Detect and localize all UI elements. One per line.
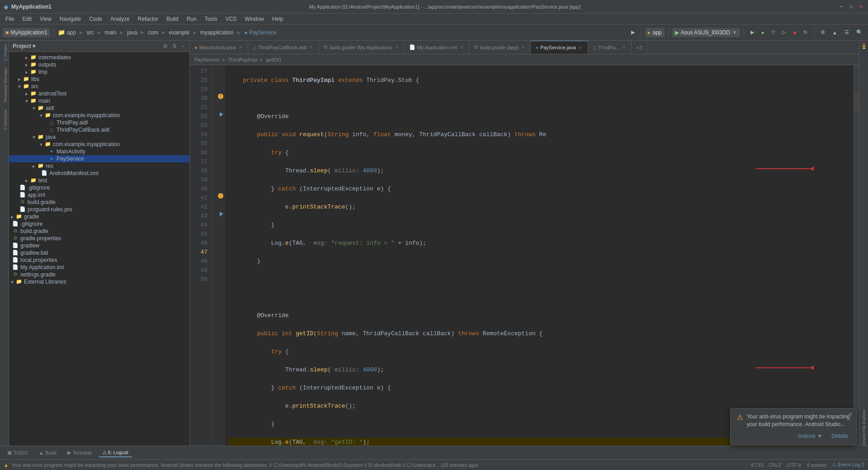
tree-item-com-aidl[interactable]: ▼ 📁 com.example.myapplication [9, 112, 189, 119]
tree-item-aidl[interactable]: ▼ 📁 aidl [9, 104, 189, 112]
menu-help[interactable]: Help [269, 15, 287, 23]
tree-item-gradlew[interactable]: 📄 gradlew [9, 242, 189, 249]
menu-file[interactable]: File [2, 15, 18, 23]
line-endings[interactable]: CRLF [769, 462, 782, 468]
tab-close-thridpaycallback[interactable]: ✕ [308, 44, 314, 50]
menu-tools[interactable]: Tools [201, 15, 221, 23]
notification-details-button[interactable]: Details [830, 432, 850, 440]
search-button[interactable]: ▶ [628, 28, 637, 37]
event-log-link[interactable]: ⚠ Event Log 2 [832, 462, 864, 468]
tab-myappiml[interactable]: 📄 My Application.iml ✕ [405, 41, 469, 54]
tree-item-gradle-folder[interactable]: ► 📁 gradle [9, 213, 189, 220]
resource-manager-tab[interactable]: Resource Manager [0, 64, 9, 106]
editor-scrollbar[interactable] [854, 65, 859, 446]
tree-item-tmp[interactable]: ► 📁 tmp [9, 68, 189, 76]
code-content[interactable]: private class ThirdPayImpl extends Thrid… [225, 65, 854, 446]
menu-analyze[interactable]: Analyze [107, 15, 133, 23]
tab-close-buildgradle-myapp[interactable]: ✕ [394, 44, 400, 50]
sync-button[interactable]: ↻ [801, 28, 810, 37]
tab-buildgradle-myapp[interactable]: ⚙ build.gradle (My Application) ✕ [319, 41, 404, 54]
profile-button[interactable]: ▷ [779, 28, 788, 37]
tree-item-buildgradle2[interactable]: ⚙ build.gradle [9, 228, 189, 235]
tree-item-localprops[interactable]: 📄 local.properties [9, 256, 189, 264]
tab-thridpaycallback[interactable]: △ ThridPayCallBack.aidl ✕ [248, 41, 319, 54]
tree-item-gitignore2[interactable]: 📄 .gitignore [9, 220, 189, 228]
menu-window[interactable]: Window [241, 15, 268, 23]
tab-terminal[interactable]: ▶ Terminal [64, 448, 95, 457]
tab-buildgradle-app[interactable]: ⚙ build.gradle (app) ✕ [469, 41, 531, 54]
tree-item-androidmanifest[interactable]: 📄 AndroidManifest.xml [9, 170, 189, 177]
tree-item-thridpay[interactable]: △ ThridPay.aidl [9, 119, 189, 126]
settings-button[interactable]: ☰ [842, 28, 852, 37]
coverage-button[interactable]: ▽ [769, 28, 778, 37]
charset[interactable]: UTF-8 [787, 462, 801, 468]
tab-close-payservice[interactable]: ✕ [578, 45, 583, 51]
z-structure-tab[interactable]: Z-Structure [0, 106, 9, 133]
breadcrumb-app[interactable]: app [67, 29, 76, 36]
project-selector[interactable]: ■ MyApplication1 [3, 28, 50, 37]
tree-item-gitignore[interactable]: 📄 .gitignore [9, 184, 189, 191]
tab-build[interactable]: ▲ Build [35, 449, 60, 457]
breadcrumb-main[interactable]: main [104, 29, 116, 36]
tree-item-java-main[interactable]: ▼ 📁 java [9, 133, 189, 141]
tree-item-res[interactable]: ► 📁 res [9, 162, 189, 170]
tree-item-thridpaycallback[interactable]: △ ThridPayCallBack.aidl [9, 126, 189, 133]
tab-thridpa[interactable]: △ ThridPa... ✕ [588, 41, 632, 54]
breadcrumb-myapp[interactable]: myapplication [200, 29, 233, 36]
tree-item-settingsgradle[interactable]: ⚙ settings.gradle [9, 271, 189, 278]
search-everywhere-button[interactable]: 🔍 [854, 28, 865, 37]
tree-item-payservice[interactable]: ● PayService [9, 155, 189, 162]
breadcrumb-com[interactable]: com [148, 29, 158, 36]
project-gear-button[interactable]: ⚙ [161, 43, 169, 50]
sdk-manager-button[interactable]: ⚙ [818, 28, 828, 37]
tree-item-src[interactable]: ▼ 📁 src [9, 83, 189, 90]
tab-close-mainactivity[interactable]: ✕ [238, 44, 243, 50]
stop-button[interactable]: ■ [790, 28, 799, 37]
tree-item-main[interactable]: ▼ 📁 main [9, 97, 189, 104]
menu-vcs[interactable]: VCS [222, 15, 241, 23]
breadcrumb-getid[interactable]: getID() [266, 57, 281, 62]
tree-item-gradle-props[interactable]: ⚙ gradle.properties [9, 235, 189, 242]
notification-actions-button[interactable]: Actions ▼ [796, 432, 825, 440]
tab-mainactivity[interactable]: ● MainActivity.java ✕ [190, 41, 248, 54]
tab-close-buildgradle-app[interactable]: ✕ [520, 44, 526, 50]
device-selector[interactable]: ▶ Asus ASUS_I003DD ▼ [672, 28, 740, 37]
tree-item-gradlewbat[interactable]: 📄 gradlew.bat [9, 249, 189, 256]
project-collapse-button[interactable]: − [180, 43, 186, 50]
tree-item-intermediates[interactable]: ► 📁 intermediates [9, 54, 189, 61]
menu-refactor[interactable]: Refactor [134, 15, 162, 23]
device-file-explorer-tab[interactable]: Device File Explorer [862, 409, 866, 446]
tree-item-test[interactable]: ► 📁 test [9, 177, 189, 184]
tree-item-myappiml[interactable]: 📄 My Application.iml [9, 264, 189, 271]
tab-todo[interactable]: ▣ TODO [4, 448, 32, 457]
breadcrumb-thirdpayimpl[interactable]: ThirdPayImpl [228, 57, 258, 62]
menu-build[interactable]: Build [163, 15, 182, 23]
breadcrumb-payservice[interactable]: ● PayService [244, 29, 276, 36]
run-button[interactable]: ▶ [748, 28, 757, 37]
tab-payservice[interactable]: ● PayService.java ✕ [531, 41, 588, 54]
tree-item-outputs[interactable]: ► 📁 outputs [9, 61, 189, 68]
menu-view[interactable]: View [36, 15, 55, 23]
maximize-button[interactable]: □ [848, 4, 854, 10]
breadcrumb-java[interactable]: java [127, 29, 137, 36]
notification-close-button[interactable]: ✕ [848, 411, 853, 418]
cursor-position[interactable]: 47:33 [751, 462, 764, 468]
project-sync-button[interactable]: ⇅ [171, 43, 178, 50]
tree-item-libs[interactable]: ► 📁 libs [9, 76, 189, 83]
menu-edit[interactable]: Edit [19, 15, 35, 23]
menu-run[interactable]: Run [183, 15, 200, 23]
tab-close-thridpa[interactable]: ✕ [621, 44, 627, 50]
tree-item-external[interactable]: ▼ 📁 External Libraries [9, 278, 189, 285]
project-panel-tab[interactable]: 1: Project [0, 41, 9, 64]
breadcrumb-example[interactable]: example [169, 29, 189, 36]
tab-close-myappiml[interactable]: ✕ [459, 44, 464, 50]
tab-more[interactable]: +3 [632, 41, 647, 54]
tree-item-androidtest[interactable]: ► 📁 androidTest [9, 90, 189, 97]
menu-navigate[interactable]: Navigate [56, 15, 85, 23]
tree-item-buildgradle-app[interactable]: ⚙ build.gradle [9, 199, 189, 206]
tree-item-appiml[interactable]: 📄 app.iml [9, 191, 189, 199]
tree-item-mainactivity[interactable]: ● MainActivity [9, 148, 189, 155]
indent[interactable]: 4 spaces [807, 462, 826, 468]
tab-logcat[interactable]: △ 6: Logcat [99, 448, 132, 457]
menu-code[interactable]: Code [85, 15, 106, 23]
